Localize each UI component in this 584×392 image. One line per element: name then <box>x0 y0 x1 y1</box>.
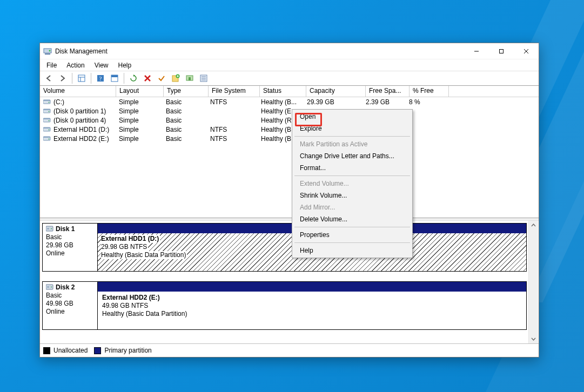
disk-row: Disk 2Basic49.98 GBOnlineExternal HDD2 (… <box>42 281 527 330</box>
menu-help[interactable]: Help <box>113 60 137 70</box>
window-title: Disk Management <box>55 48 108 55</box>
context-menu-item-add-mirror: Add Mirror... <box>293 201 411 213</box>
forward-button[interactable] <box>56 72 69 85</box>
context-menu-separator <box>294 242 410 243</box>
cell-type: Basic <box>163 135 207 143</box>
close-button[interactable] <box>514 43 539 59</box>
col-layout[interactable]: Layout <box>116 86 164 97</box>
context-menu-separator <box>294 175 410 176</box>
volume-list[interactable]: Volume Layout Type File System Status Ca… <box>40 86 539 218</box>
scroll-up-button[interactable] <box>529 221 538 230</box>
cell-capacity: 29.39 GB <box>304 98 363 106</box>
disk-management-window: Disk Management File Action View Help ? … <box>39 43 539 357</box>
menu-view[interactable]: View <box>90 60 113 70</box>
volume-row[interactable]: (Disk 0 partition 4)SimpleBasicHealthy (… <box>40 116 539 125</box>
context-menu-item-shrink-volume[interactable]: Shrink Volume... <box>293 190 411 201</box>
help-button[interactable]: ? <box>94 72 107 85</box>
cell-layout: Simple <box>116 107 163 115</box>
svg-rect-13 <box>111 75 118 77</box>
cell-layout: Simple <box>116 98 163 106</box>
disk-type: Basic <box>46 292 62 299</box>
svg-point-45 <box>51 287 52 288</box>
svg-rect-41 <box>46 226 53 231</box>
cell-status: Healthy (B... <box>258 98 304 106</box>
titlebar[interactable]: Disk Management <box>40 43 539 59</box>
toolbar-separator <box>72 73 72 84</box>
back-button[interactable] <box>42 72 55 85</box>
vertical-scrollbar[interactable] <box>528 221 538 343</box>
drive-icon <box>43 99 51 105</box>
cell-layout: Simple <box>116 117 163 124</box>
volume-row[interactable]: External HDD2 (E:)SimpleBasicNTFSHealthy… <box>40 134 539 143</box>
refresh-button[interactable] <box>127 72 140 85</box>
cell-type: Basic <box>163 117 207 124</box>
disk-info-panel[interactable]: Disk 2Basic49.98 GBOnline <box>42 281 98 330</box>
apply-button[interactable] <box>155 72 168 85</box>
partition-size: 29.98 GB NTFS <box>101 243 148 251</box>
create-vhd-button[interactable] <box>169 72 182 85</box>
app-icon <box>43 47 52 56</box>
col-volume[interactable]: Volume <box>40 86 116 97</box>
toolbar: ? <box>40 71 539 86</box>
context-menu-item-help[interactable]: Help <box>293 245 411 256</box>
context-menu-item-extend-volume: Extend Volume... <box>293 178 411 190</box>
col-pctfree[interactable]: % Free <box>410 86 449 97</box>
volume-row[interactable]: (Disk 0 partition 1)SimpleBasicHealthy (… <box>40 106 539 116</box>
volume-name: (C:) <box>53 98 64 106</box>
context-menu-item-format[interactable]: Format... <box>293 162 411 174</box>
menu-file[interactable]: File <box>42 60 62 70</box>
disk-info-panel[interactable]: Disk 1Basic29.98 GBOnline <box>42 223 98 272</box>
svg-rect-44 <box>46 285 53 289</box>
partition-header-bar <box>98 281 527 292</box>
col-status[interactable]: Status <box>260 86 306 97</box>
svg-rect-39 <box>43 137 50 138</box>
col-capacity[interactable]: Capacity <box>306 86 366 97</box>
col-filesystem[interactable]: File System <box>209 86 260 97</box>
partition-status: Healthy (Basic Data Partition) <box>102 310 187 317</box>
volume-name: (Disk 0 partition 4) <box>53 117 106 124</box>
svg-text:?: ? <box>99 75 102 82</box>
col-freespace[interactable]: Free Spa... <box>366 86 410 97</box>
minimize-button[interactable] <box>464 43 489 59</box>
context-menu-item-change-drive-letter-and-paths[interactable]: Change Drive Letter and Paths... <box>293 150 411 162</box>
context-menu-item-properties[interactable]: Properties <box>293 229 411 241</box>
disk-size: 49.98 GB <box>46 300 73 307</box>
volume-row[interactable]: External HDD1 (D:)SimpleBasicNTFSHealthy… <box>40 125 539 134</box>
svg-rect-7 <box>78 75 85 82</box>
attach-vhd-button[interactable] <box>183 72 196 85</box>
cell-fs: NTFS <box>207 126 258 133</box>
partition-box[interactable]: External HDD2 (E:)49.98 GB NTFSHealthy (… <box>98 292 527 330</box>
legend-swatch-unallocated <box>43 347 50 354</box>
cell-fs: NTFS <box>207 135 258 143</box>
svg-point-40 <box>49 138 50 139</box>
context-menu[interactable]: OpenExploreMark Partition as ActiveChang… <box>292 109 413 258</box>
delete-button[interactable] <box>141 72 154 85</box>
scroll-track[interactable] <box>529 230 538 334</box>
volume-list-header[interactable]: Volume Layout Type File System Status Ca… <box>40 86 539 97</box>
svg-point-31 <box>49 111 50 112</box>
context-menu-item-explore[interactable]: Explore <box>293 123 411 134</box>
maximize-button[interactable] <box>489 43 514 59</box>
col-type[interactable]: Type <box>164 86 209 97</box>
scroll-down-button[interactable] <box>529 334 538 343</box>
context-menu-item-mark-partition-as-active: Mark Partition as Active <box>293 138 411 150</box>
partition-title: External HDD2 (E:) <box>102 294 160 301</box>
context-menu-item-delete-volume[interactable]: Delete Volume... <box>293 213 411 225</box>
svg-point-2 <box>49 50 51 51</box>
disk-state: Online <box>46 249 65 257</box>
volume-row[interactable]: (C:)SimpleBasicNTFSHealthy (B...29.39 GB… <box>40 97 539 106</box>
svg-rect-21 <box>189 77 191 80</box>
disk-icon <box>46 284 53 290</box>
settings-button[interactable] <box>108 72 121 85</box>
context-menu-item-open[interactable]: Open <box>293 111 411 123</box>
cell-layout: Simple <box>116 135 163 143</box>
show-hide-tree-button[interactable] <box>75 72 88 85</box>
disk-row: Disk 1Basic29.98 GBOnlineExternal HDD1 (… <box>42 223 527 272</box>
svg-rect-43 <box>47 228 49 229</box>
drive-icon <box>43 117 51 124</box>
properties-button[interactable] <box>197 72 210 85</box>
cell-type: Basic <box>163 126 207 133</box>
menu-action[interactable]: Action <box>62 60 89 70</box>
volume-name: (Disk 0 partition 1) <box>53 107 106 115</box>
drive-icon <box>43 136 51 142</box>
